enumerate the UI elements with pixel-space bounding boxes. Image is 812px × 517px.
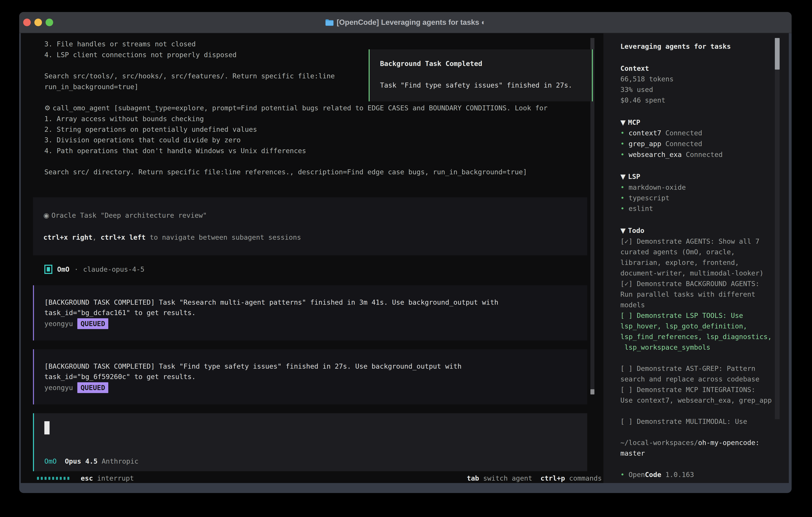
record-icon: ◉	[44, 211, 51, 219]
chevron-down-icon: ▼	[620, 118, 628, 126]
output-line-tool-call: ⚙ call_omo_agent [subagent_type=explore,…	[45, 103, 548, 113]
agent-name: OmO	[57, 265, 69, 273]
workspace-branch: master	[620, 448, 645, 459]
lsp-item: • markdown-oxide	[620, 182, 686, 193]
status-badge: QUEUED	[77, 382, 108, 393]
output-line: Search src/tools/, src/hooks/, src/featu…	[45, 71, 335, 81]
todo-line-active: [ ] Demonstrate LSP TOOLS: Use	[620, 310, 743, 321]
separator-dot: ·	[74, 265, 78, 273]
chat-main-panel: 3. File handles or streams not closed 4.…	[21, 33, 603, 483]
sidebar-scrollbar-thumb[interactable]	[775, 38, 780, 70]
spinner-dot-icon	[45, 477, 47, 480]
todo-line: [ ] Demonstrate MCP INTEGRATIONS:	[620, 384, 755, 395]
prompt-input[interactable]: OmO Opus 4.5 Anthropic	[33, 413, 587, 471]
todo-line: models	[620, 299, 645, 310]
spinner-dot-icon	[41, 477, 43, 480]
agent-header: OmO · claude-opus-4-5	[45, 264, 144, 275]
background-task-result: [BACKGROUND TASK COMPLETED] Task "Find t…	[33, 349, 587, 404]
spinner-dot-icon	[67, 477, 69, 480]
output-line: 3. File handles or streams not closed	[45, 38, 196, 49]
todo-line: [✓] Demonstrate BACKGROUND AGENTS:	[620, 278, 759, 289]
todo-line: librarian, explore, frontend,	[620, 257, 739, 268]
sidebar-panel: Leveraging agents for tasks Context 66,5…	[603, 33, 789, 483]
task-author: yeongyu	[45, 320, 73, 328]
window-title-row: [OpenCode] Leveraging agents for tasks ◐	[19, 12, 792, 33]
oracle-task-box: ◉ Oracle Task "Deep architecture review"…	[33, 197, 587, 255]
workspace-path: ~/local-workspaces/oh-my-opencode:	[620, 437, 759, 448]
window-titlebar[interactable]: [OpenCode] Leveraging agents for tasks ◐	[19, 12, 792, 33]
task-result-line: task_id="bg_6f59260c" to get results.	[45, 371, 196, 382]
app-version: • OpenCode 1.0.163	[620, 469, 694, 480]
lsp-item: • typescript	[620, 193, 670, 203]
todo-line: search and replace across codebase	[620, 374, 759, 384]
chevron-down-icon: ▼	[620, 172, 628, 181]
spinner-dot-icon	[48, 477, 50, 480]
todo-line: Run parallel tasks with different	[620, 289, 755, 300]
context-tokens: 66,518 tokens	[620, 74, 673, 84]
session-title: Leveraging agents for tasks	[620, 41, 731, 52]
spinner-dot-icon	[52, 477, 54, 480]
todo-section-header[interactable]: ▼ Todo	[620, 225, 644, 236]
background-task-result: [BACKGROUND TASK COMPLETED] Task "Resear…	[33, 285, 587, 341]
input-agent-row: OmO Opus 4.5 Anthropic	[45, 456, 139, 467]
agent-model: claude-opus-4-5	[83, 265, 144, 273]
folder-icon	[325, 19, 334, 26]
context-used: 33% used	[620, 84, 653, 95]
mcp-section-header[interactable]: ▼ MCP	[620, 117, 640, 128]
terminal-window: [OpenCode] Leveraging agents for tasks ◐…	[19, 12, 792, 493]
task-result-line: task_id="bg_dcfac161" to get results.	[45, 307, 196, 318]
todo-line: Use context7, websearch_exa, grep_app	[620, 395, 772, 406]
app-content: 3. File handles or streams not closed 4.…	[21, 33, 789, 483]
spinner-dots	[37, 477, 69, 480]
output-line: 1. Array access without bounds checking	[45, 113, 204, 124]
todo-line-active: lsp_workspace_symbols	[620, 342, 710, 353]
output-line: 4. Path operations that don't handle Win…	[45, 145, 306, 156]
context-heading: Context	[620, 63, 649, 74]
status-dot-icon: •	[620, 194, 629, 202]
toast-title: Background Task Completed	[380, 58, 482, 69]
output-line: 4. LSP client connections not properly d…	[45, 49, 237, 60]
task-result-line: [BACKGROUND TASK COMPLETED] Task "Resear…	[45, 297, 498, 308]
output-line: Search src/ directory. Return specific f…	[45, 166, 527, 177]
text-cursor	[45, 421, 50, 434]
input-agent-name: OmO	[45, 457, 57, 465]
status-dot-icon: •	[620, 129, 629, 137]
output-line: 3. Division operations that could divide…	[45, 135, 241, 145]
status-dot-icon: •	[620, 205, 629, 213]
spinner-dot-icon	[63, 477, 65, 480]
mcp-item: • context7 Connected	[620, 128, 702, 138]
todo-line: [ ] Demonstrate MULTIMODAL: Use	[620, 416, 747, 427]
input-model-name: Opus 4.5	[65, 457, 97, 465]
toast-message: Task "Find type safety issues" finished …	[380, 80, 572, 90]
todo-line: [✓] Demonstrate AGENTS: Show all 7	[620, 236, 759, 247]
output-line: 2. String operations on potentially unde…	[45, 124, 257, 135]
background-task-toast: Background Task Completed Task "Find typ…	[369, 49, 593, 101]
window-title: [OpenCode] Leveraging agents for tasks ◐	[337, 18, 486, 27]
status-dot-icon: •	[620, 151, 629, 159]
chevron-down-icon: ▼	[620, 226, 628, 235]
agent-icon	[45, 265, 52, 274]
task-result-line: [BACKGROUND TASK COMPLETED] Task "Find t…	[45, 361, 462, 372]
subagent-nav-hint: ctrl+x right, ctrl+x left to navigate be…	[44, 232, 301, 243]
status-bar: esc interrupt tab switch agent ctrl+p co…	[21, 473, 603, 483]
spinner-dot-icon	[37, 477, 39, 480]
context-spent: $0.46 spent	[620, 95, 665, 106]
task-result-meta: yeongyuQUEUED	[45, 318, 108, 329]
status-dot-icon: •	[620, 471, 629, 479]
task-result-meta: yeongyuQUEUED	[45, 382, 108, 393]
status-dot-icon: •	[620, 140, 629, 148]
input-provider: Anthropic	[102, 457, 139, 465]
spinner-dot-icon	[56, 477, 58, 480]
todo-line: [ ] Demonstrate AST-GREP: Pattern	[620, 363, 755, 374]
status-badge: QUEUED	[77, 318, 108, 329]
lsp-section-header[interactable]: ▼ LSP	[620, 171, 640, 182]
interrupt-hint: esc interrupt	[81, 473, 134, 483]
todo-line: curated agents (OmO, oracle,	[620, 246, 735, 257]
output-line: run_in_background=true]	[45, 81, 139, 92]
main-scrollbar-thumb[interactable]	[590, 389, 594, 394]
gear-icon: ⚙	[45, 104, 53, 112]
status-dot-icon: •	[620, 183, 629, 191]
todo-line: document-writer, multimodal-looker)	[620, 268, 763, 278]
screen: [OpenCode] Leveraging agents for tasks ◐…	[0, 0, 812, 517]
lsp-item: • eslint	[620, 203, 653, 214]
